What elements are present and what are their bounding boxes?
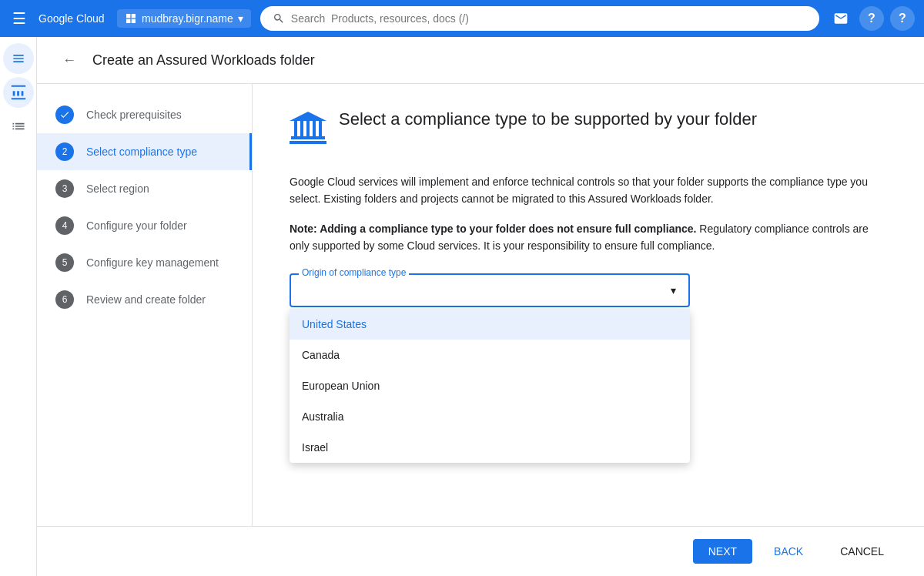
- page-container: ← Create an Assured Workloads folder Che…: [0, 37, 924, 576]
- dropdown-label: Origin of compliance type: [299, 267, 409, 278]
- notifications-icon[interactable]: [829, 6, 853, 31]
- svg-rect-9: [319, 121, 322, 136]
- back-button-bottom[interactable]: BACK: [758, 539, 819, 564]
- google-logo-svg: Google Cloud: [38, 12, 108, 25]
- svg-rect-8: [313, 121, 316, 136]
- step-6-number: 6: [55, 290, 74, 309]
- option-israel[interactable]: Israel: [290, 432, 690, 463]
- step-item-2[interactable]: 2 Select compliance type: [37, 133, 252, 170]
- sidebar-home-icon[interactable]: [3, 43, 34, 74]
- next-button[interactable]: NEXT: [693, 539, 752, 564]
- svg-rect-6: [300, 121, 303, 136]
- content-header: Select a compliance type to be supported…: [290, 109, 887, 155]
- step-check-icon: [55, 105, 74, 124]
- two-panel-layout: Check prerequisites 2 Select compliance …: [37, 84, 924, 526]
- svg-rect-2: [132, 14, 136, 18]
- sidebar-assured-workloads-icon[interactable]: [3, 77, 34, 108]
- svg-text:Google Cloud: Google Cloud: [38, 12, 105, 25]
- bank-icon: [290, 110, 326, 155]
- step-item-4[interactable]: 4 Configure your folder: [37, 207, 252, 244]
- page-title: Create an Assured Workloads folder: [92, 52, 315, 69]
- step-item-3[interactable]: 3 Select region: [37, 170, 252, 207]
- step-4-number: 4: [55, 216, 74, 235]
- menu-icon[interactable]: ☰: [9, 6, 29, 31]
- page-header: ← Create an Assured Workloads folder: [37, 37, 924, 84]
- steps-panel: Check prerequisites 2 Select compliance …: [37, 84, 253, 526]
- note-text: Note: Adding a compliance type to your f…: [290, 220, 887, 255]
- option-canada[interactable]: Canada: [290, 340, 690, 370]
- back-button[interactable]: ←: [55, 46, 83, 74]
- step-3-label: Select region: [86, 183, 149, 195]
- svg-rect-3: [126, 19, 130, 23]
- search-input[interactable]: [291, 12, 807, 25]
- content-panel: Select a compliance type to be supported…: [253, 84, 924, 526]
- option-australia[interactable]: Australia: [290, 401, 690, 432]
- main-content: ← Create an Assured Workloads folder Che…: [37, 37, 924, 576]
- svg-marker-10: [290, 112, 326, 121]
- chevron-down-icon: ▾: [238, 12, 243, 25]
- step-item-1[interactable]: Check prerequisites: [37, 96, 252, 133]
- step-1-label: Check prerequisites: [86, 109, 182, 121]
- nav-icons: ? ?: [829, 6, 915, 31]
- search-bar[interactable]: [260, 6, 819, 31]
- settings-icon[interactable]: ?: [890, 6, 915, 31]
- option-united-states[interactable]: United States: [290, 309, 690, 340]
- sidebar-reports-icon[interactable]: [3, 111, 34, 142]
- dropdown-trigger[interactable]: ▾: [290, 273, 690, 307]
- search-icon: [273, 12, 285, 25]
- svg-rect-11: [291, 136, 325, 139]
- cancel-button[interactable]: CANCEL: [825, 539, 899, 564]
- option-european-union[interactable]: European Union: [290, 370, 690, 401]
- svg-rect-12: [290, 141, 326, 144]
- svg-rect-4: [132, 19, 136, 23]
- top-navigation: ☰ Google Cloud mudbray.bigr.name ▾ ? ?: [0, 0, 924, 37]
- chevron-down-icon: ▾: [671, 284, 676, 296]
- compliance-type-dropdown[interactable]: Origin of compliance type ▾ United State…: [290, 273, 690, 307]
- step-6-label: Review and create folder: [86, 293, 206, 306]
- step-item-6[interactable]: 6 Review and create folder: [37, 281, 252, 318]
- step-5-number: 5: [55, 253, 74, 272]
- step-4-label: Configure your folder: [86, 219, 187, 232]
- content-title: Select a compliance type to be supported…: [339, 109, 757, 131]
- step-item-5[interactable]: 5 Configure key management: [37, 244, 252, 281]
- svg-rect-1: [126, 14, 130, 18]
- google-cloud-logo[interactable]: Google Cloud: [38, 12, 108, 25]
- note-bold: Note: Adding a compliance type to your f…: [290, 223, 696, 235]
- svg-rect-7: [306, 121, 310, 136]
- dropdown-popup: United States Canada European Union Aust…: [290, 309, 690, 463]
- project-icon: [125, 12, 137, 25]
- project-name: mudbray.bigr.name: [142, 12, 233, 25]
- step-3-number: 3: [55, 179, 74, 198]
- step-2-label: Select compliance type: [86, 146, 197, 158]
- bottom-action-bar: NEXT BACK CANCEL: [37, 526, 924, 576]
- step-2-number: 2: [55, 142, 74, 161]
- step-5-label: Configure key management: [86, 256, 219, 269]
- project-selector[interactable]: mudbray.bigr.name ▾: [117, 9, 251, 28]
- svg-rect-5: [294, 121, 297, 136]
- compliance-icon-svg: [290, 110, 326, 147]
- sidebar-icons: [0, 37, 37, 576]
- description-text: Google Cloud services will implement and…: [290, 173, 887, 208]
- help-icon[interactable]: ?: [859, 6, 884, 31]
